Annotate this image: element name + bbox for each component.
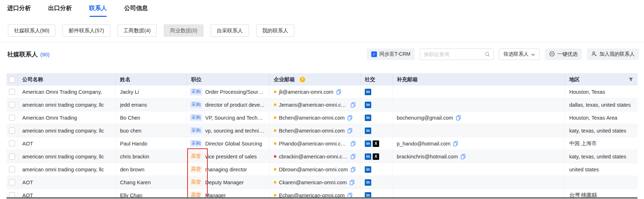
row-checkbox[interactable] xyxy=(9,115,15,121)
linkedin-icon[interactable]: in xyxy=(365,115,371,121)
search-icon[interactable] xyxy=(484,51,490,57)
person-add-icon xyxy=(591,51,597,58)
copy-icon[interactable] xyxy=(349,180,355,185)
row-checkbox[interactable] xyxy=(9,179,15,185)
email-status-dot xyxy=(274,129,276,132)
cell-company: american omni trading company, llc xyxy=(18,124,116,137)
region-text: 中国 上海市 xyxy=(569,140,597,147)
filter-contacts-label: 筛选联系人 xyxy=(503,51,529,57)
divider xyxy=(0,42,644,42)
tab-item[interactable]: 联系人 xyxy=(89,4,107,17)
x-twitter-icon[interactable]: X xyxy=(373,153,379,160)
section-count: (90) xyxy=(40,52,50,57)
cell-select xyxy=(6,98,18,111)
copy-icon[interactable] xyxy=(347,115,353,121)
premium-badge-icon xyxy=(549,51,555,58)
add-to-my-contacts-button[interactable]: 加入我的联系人 xyxy=(587,48,639,60)
company-name: american omni trading company, llc xyxy=(22,102,104,108)
filter-contacts-dropdown[interactable]: 筛选联系人 xyxy=(499,48,540,60)
x-twitter-icon[interactable]: X xyxy=(373,140,379,147)
table-row: AOT Chang Karen 高管 Deputy Manager Ckaren… xyxy=(6,176,638,189)
row-checkbox[interactable] xyxy=(9,166,15,172)
copy-icon[interactable] xyxy=(453,141,458,147)
filter-chip-label: 自采联系人 xyxy=(217,27,243,34)
linkedin-icon[interactable]: in xyxy=(365,102,371,108)
copy-icon[interactable] xyxy=(460,154,466,159)
region-filter-icon[interactable] xyxy=(629,77,633,82)
tab-item[interactable]: 进口分析 xyxy=(7,4,31,17)
tab-item[interactable]: 出口分析 xyxy=(48,4,72,17)
header-region-label: 地区 xyxy=(569,76,580,83)
linkedin-icon[interactable]: in xyxy=(365,153,371,160)
cell-corp-email: Dbrown@american-omni.com xyxy=(270,163,360,176)
add-to-my-contacts-label: 加入我的联系人 xyxy=(599,51,635,57)
copy-icon[interactable] xyxy=(350,167,356,172)
copy-icon[interactable] xyxy=(350,102,356,108)
filter-chip-label: 我的联系人 xyxy=(262,27,289,34)
linkedin-icon[interactable]: in xyxy=(365,128,371,134)
header-name-label: 姓名 xyxy=(120,76,130,83)
copy-icon[interactable] xyxy=(350,141,356,147)
position-text: Director Global Sourcing xyxy=(205,141,262,147)
company-name: AOT xyxy=(22,180,33,185)
role-tag: 高管 xyxy=(190,166,202,173)
contacts-table: 公司名称 姓名 职位 企业邮箱 ? 社交 补充邮箱 地区 American Om… xyxy=(6,73,638,199)
row-checkbox[interactable] xyxy=(9,140,15,147)
tab-item[interactable]: 公司信息 xyxy=(124,4,148,17)
email-status-dot xyxy=(274,194,276,196)
cell-select xyxy=(6,163,18,176)
table-body: American Omni Trading Company, Jacky Li … xyxy=(6,85,638,199)
contact-name: chris brackin xyxy=(120,154,149,159)
cell-position: 高管 vice president of sales xyxy=(187,150,270,163)
filter-chip[interactable]: 商业数据(0) xyxy=(164,24,203,37)
tab-bar: 进口分析出口分析联系人公司信息 xyxy=(7,4,148,17)
row-checkbox[interactable] xyxy=(9,128,15,134)
header-corp-email: 企业邮箱 ? xyxy=(270,73,360,85)
company-name: AOT xyxy=(22,141,33,147)
linkedin-icon[interactable]: in xyxy=(365,179,371,186)
section-title-text: 社媒联系人 xyxy=(7,50,38,59)
cell-name: jedd emans xyxy=(116,98,187,111)
filter-chip[interactable]: 邮件联系人(57) xyxy=(63,24,110,37)
position-search-input[interactable] xyxy=(423,51,484,57)
row-checkbox[interactable] xyxy=(9,153,15,159)
filter-chip[interactable]: 我的联系人 xyxy=(256,24,295,37)
copy-icon[interactable] xyxy=(456,115,461,121)
page-title: 社媒联系人 (90) xyxy=(7,50,50,59)
header-extra-email-label: 补充邮箱 xyxy=(397,76,418,83)
contacts-page: 进口分析出口分析联系人公司信息 社媒联系人(90)邮件联系人(57)工商数据(4… xyxy=(0,0,644,199)
filter-chip[interactable]: 社媒联系人(90) xyxy=(8,24,55,37)
help-question-icon[interactable]: ? xyxy=(300,77,305,82)
tcrm-logo-icon: ✓ xyxy=(371,51,377,57)
filter-chip[interactable]: 工商数据(4) xyxy=(118,24,157,37)
header-corp-email-label: 企业邮箱 xyxy=(274,76,295,83)
cell-extra-email xyxy=(392,163,565,176)
linkedin-icon[interactable]: in xyxy=(365,89,371,95)
company-name: American Omni Trading xyxy=(22,115,77,121)
cell-position: 采购 Director Global Sourcing xyxy=(187,137,270,150)
copy-icon[interactable] xyxy=(347,128,353,134)
cell-select xyxy=(6,150,18,163)
email-status-dot xyxy=(274,155,276,158)
filter-chip[interactable]: 自采联系人 xyxy=(211,24,249,37)
sync-to-tcrm-button[interactable]: ✓ 同步至T-CRM xyxy=(367,48,415,60)
cell-corp-email: Ckaren@american-omni.com xyxy=(270,176,360,189)
horizontal-scrollbar[interactable] xyxy=(6,197,638,199)
linkedin-icon[interactable]: in xyxy=(365,166,371,173)
email-status-dot xyxy=(274,168,276,171)
copy-icon[interactable] xyxy=(350,154,356,159)
region-text: dallas, texas, united states xyxy=(569,102,631,108)
cell-name: Jacky Li xyxy=(116,85,187,98)
row-checkbox[interactable] xyxy=(9,102,15,108)
table-row: American Omni Trading Bo Chen 采购 VP, Sou… xyxy=(6,111,638,124)
cell-region: united states xyxy=(565,163,638,176)
cell-select xyxy=(6,111,18,124)
select-all-checkbox[interactable] xyxy=(9,77,15,83)
linkedin-icon[interactable]: in xyxy=(365,140,371,147)
email-status-dot xyxy=(274,116,276,119)
contact-name: Chang Karen xyxy=(120,180,151,185)
copy-icon[interactable] xyxy=(336,89,341,95)
row-checkbox[interactable] xyxy=(9,89,15,95)
cell-extra-email: p_hando@hotmail.com xyxy=(392,137,565,150)
one-click-select-button[interactable]: 一键优选 xyxy=(545,48,582,60)
